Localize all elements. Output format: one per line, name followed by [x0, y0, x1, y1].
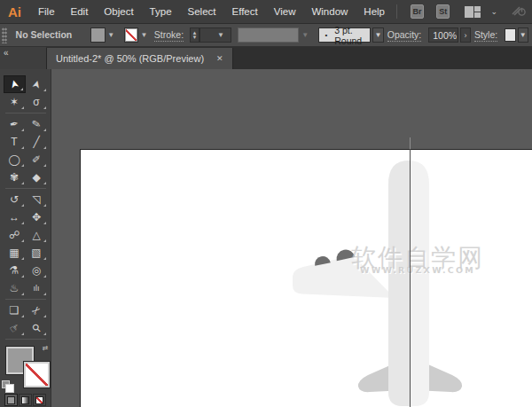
menu-object[interactable]: Object: [96, 2, 141, 21]
none-mode-button[interactable]: [33, 394, 46, 406]
document-tab-title: Untitled-2* @ 50% (RGB/Preview): [56, 53, 204, 64]
tool-divider: [5, 113, 46, 113]
gradient-mode-icon: [21, 396, 29, 404]
tool-divider: [5, 299, 46, 300]
tool-rotate[interactable]: ↺: [4, 191, 26, 208]
ellipse-icon: ◯: [8, 154, 20, 165]
tool-slice[interactable]: ✂: [26, 301, 48, 319]
stroke-weight-label[interactable]: Stroke:: [154, 29, 184, 42]
swap-fill-stroke-icon[interactable]: ⇄: [43, 344, 49, 352]
color-mode-button[interactable]: [4, 394, 18, 406]
menu-type[interactable]: Type: [142, 2, 180, 21]
tool-lasso[interactable]: σ: [26, 93, 48, 111]
eyedropper-icon: ⚗: [10, 265, 20, 276]
eraser-icon: ◆: [32, 172, 40, 183]
tools-panel: ➤➤✶σ✒✎T╱◯✐✾◆↺◹↔✥☍△▦▧⚗◎♨ılı❏✂☞⚲ ⇄: [0, 69, 51, 407]
blob-brush-icon: ✾: [10, 172, 19, 183]
tool-pen[interactable]: ✒: [4, 115, 26, 133]
tool-mesh[interactable]: ▦: [4, 244, 26, 262]
direct-selection-icon: ➤: [30, 79, 43, 90]
shape-builder-icon: ☍: [9, 230, 20, 240]
tool-eyedropper[interactable]: ⚗: [4, 262, 26, 279]
tool-width[interactable]: ↔: [4, 208, 26, 226]
panel-grip-icon[interactable]: [2, 27, 7, 43]
chevron-down-icon[interactable]: ⌄: [490, 7, 497, 16]
style-chevron-icon[interactable]: ▼: [518, 27, 528, 43]
artboard-icon: ❏: [10, 305, 20, 316]
width-profile-chevron-icon: ▼: [301, 28, 309, 43]
slice-icon: ✂: [29, 303, 43, 317]
tool-column-graph[interactable]: ılı: [26, 279, 48, 297]
default-fill-stroke-icon[interactable]: [2, 380, 10, 388]
fill-color-swatch[interactable]: [91, 28, 105, 42]
tool-divider: [5, 188, 46, 189]
tool-blend[interactable]: ◎: [26, 262, 48, 279]
rotate-icon: ↺: [10, 194, 19, 205]
watermark-url: WWW.RUZXW.COM: [360, 265, 475, 275]
column-graph-icon: ılı: [33, 285, 39, 293]
style-label: Style:: [474, 29, 497, 42]
stroke-color-swatch[interactable]: [125, 28, 138, 42]
gradient-mode-button[interactable]: [19, 394, 32, 406]
stroke-weight-stepper[interactable]: ▲▼: [190, 27, 200, 43]
tool-hand[interactable]: ☞: [4, 319, 26, 337]
magic-wand-icon: ✶: [10, 97, 19, 107]
stock-button[interactable]: St: [436, 4, 450, 19]
brush-definition-field[interactable]: • 3 pt. Round: [318, 27, 371, 43]
hand-icon: ☞: [7, 321, 20, 335]
tool-gradient[interactable]: ▧: [26, 244, 48, 262]
brush-chevron-icon[interactable]: ▼: [372, 27, 383, 43]
tool-free-transform[interactable]: ✥: [26, 208, 48, 226]
fill-chevron-icon[interactable]: ▼: [106, 28, 115, 43]
curvature-pen-icon: ✎: [31, 118, 42, 130]
stroke-weight-select[interactable]: ▼: [200, 27, 231, 43]
canvas-area[interactable]: 软件自学网 软件自学网 WWW.RUZXW.COM WWW.RUZXW.COM: [51, 69, 532, 407]
fill-stroke-indicator: ⇄: [0, 344, 51, 390]
workspace-switcher-icon[interactable]: [465, 6, 481, 18]
menu-help[interactable]: Help: [356, 2, 393, 21]
tool-paintbrush[interactable]: ✐: [26, 151, 48, 168]
opacity-input[interactable]: 100%: [428, 27, 458, 43]
tool-direct-selection[interactable]: ➤: [26, 75, 48, 93]
tool-magic-wand[interactable]: ✶: [4, 93, 26, 111]
paint-mode-row: [4, 394, 46, 406]
stroke-chevron-icon[interactable]: ▼: [139, 28, 148, 43]
artboard-view[interactable]: 软件自学网 软件自学网 WWW.RUZXW.COM WWW.RUZXW.COM: [51, 69, 532, 407]
tool-blob-brush[interactable]: ✾: [4, 168, 26, 186]
tool-perspective-grid[interactable]: △: [26, 226, 48, 244]
tab-close-icon[interactable]: ✕: [216, 54, 223, 63]
menu-effect[interactable]: Effect: [224, 2, 266, 21]
tool-symbol-sprayer[interactable]: ♨: [4, 279, 26, 297]
tool-line-segment[interactable]: ╱: [26, 133, 48, 151]
toolbar-collapse-button[interactable]: «: [0, 47, 46, 69]
style-swatch[interactable]: [505, 28, 515, 42]
menu-select[interactable]: Select: [180, 2, 224, 21]
tool-type[interactable]: T: [4, 133, 26, 151]
tool-shape-builder[interactable]: ☍: [4, 226, 26, 244]
menu-items: FileEditObjectTypeSelectEffectViewWindow…: [30, 2, 393, 21]
tool-scale[interactable]: ◹: [26, 191, 48, 208]
width-icon: ↔: [9, 212, 20, 223]
menu-edit[interactable]: Edit: [63, 2, 97, 21]
tool-zoom[interactable]: ⚲: [26, 319, 48, 337]
menu-view[interactable]: View: [266, 2, 304, 21]
paintbrush-icon: ✐: [32, 154, 41, 165]
tool-selection[interactable]: ➤: [4, 75, 26, 93]
menu-window[interactable]: Window: [303, 2, 356, 21]
document-tab[interactable]: Untitled-2* @ 50% (RGB/Preview) ✕: [46, 48, 233, 69]
stroke-weight-chevron-icon[interactable]: ▼: [215, 28, 227, 43]
free-transform-icon: ✥: [32, 212, 41, 223]
tool-eraser[interactable]: ◆: [26, 168, 48, 186]
stroke-proxy-swatch[interactable]: [24, 362, 50, 387]
menu-file[interactable]: File: [30, 2, 63, 21]
bridge-button[interactable]: Br: [411, 4, 424, 19]
perspective-grid-icon: △: [32, 230, 40, 240]
plane-fuselage-left-half: [388, 160, 411, 406]
tool-artboard[interactable]: ❏: [4, 301, 26, 319]
opacity-label[interactable]: Opacity:: [387, 29, 422, 42]
opacity-expand-button[interactable]: ›: [460, 27, 471, 43]
tool-ellipse[interactable]: ◯: [4, 151, 26, 168]
tool-curvature-pen[interactable]: ✎: [26, 115, 48, 133]
brush-dot-icon: •: [325, 31, 327, 39]
zoom-icon: ⚲: [30, 322, 43, 335]
